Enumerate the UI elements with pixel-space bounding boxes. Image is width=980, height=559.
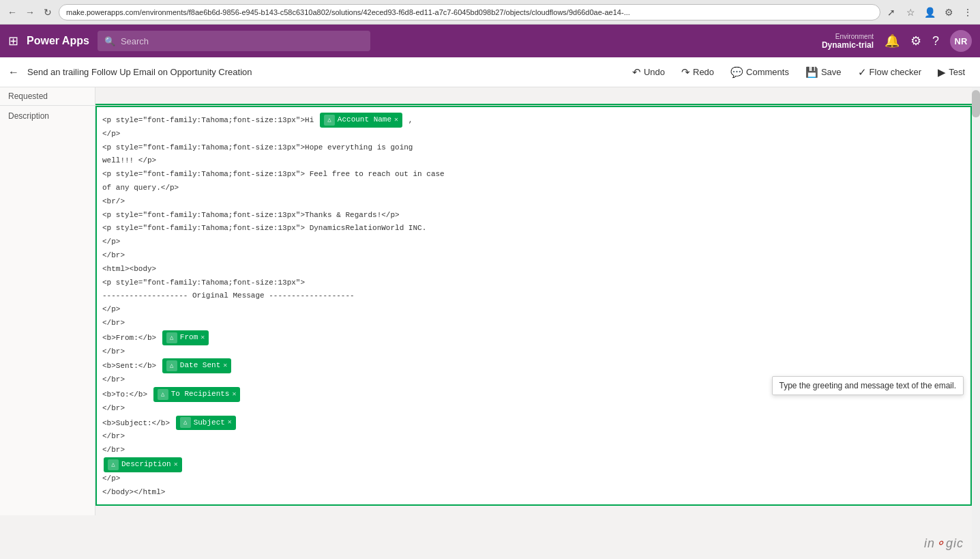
comments-icon: 💬 — [730, 66, 743, 78]
save-label: Save — [821, 67, 842, 77]
description-content: <p style="font-family:Tahoma;font-size:1… — [97, 107, 970, 504]
flow-checker-label: Flow checker — [870, 67, 922, 77]
header-right: Environment Dynamic-trial 🔔 ⚙ ? NR — [822, 30, 972, 52]
comments-label: Comments — [746, 67, 789, 77]
subject-tag-label: Subject — [194, 416, 225, 430]
subject-tag[interactable]: △ Subject ✕ — [176, 416, 236, 431]
environment-label: Environment — [835, 33, 874, 40]
redo-button[interactable]: ↷ Redo — [674, 63, 721, 81]
undo-label: Undo — [644, 67, 665, 77]
line-5: <p style="font-family:Tahoma;font-size:1… — [102, 168, 965, 182]
from-tag[interactable]: △ From ✕ — [162, 330, 209, 345]
requested-row: Requested — [0, 87, 972, 106]
to-recipients-tag[interactable]: △ To Recipients ✕ — [153, 387, 241, 402]
line-br4: </br> — [102, 430, 965, 444]
date-sent-tag[interactable]: △ Date Sent ✕ — [162, 358, 231, 373]
line-description-tag: △ Description ✕ — [102, 457, 965, 472]
from-tag-icon: △ — [166, 332, 177, 343]
line-15: </p> — [102, 303, 965, 317]
line-6: of any query.</p> — [102, 182, 965, 195]
settings-icon[interactable]: ⚙ — [910, 33, 921, 48]
flow-checker-button[interactable]: ✓ Flow checker — [851, 63, 929, 81]
line-1: <p style="font-family:Tahoma;font-size:1… — [102, 113, 965, 128]
redo-label: Redo — [693, 67, 714, 77]
avatar[interactable]: NR — [950, 30, 972, 52]
app-logo: Power Apps — [27, 35, 89, 47]
notification-icon[interactable]: 🔔 — [885, 33, 900, 48]
line-subject: <b>Subject:</b> △ Subject ✕ — [102, 416, 965, 431]
line-br3: </br> — [102, 402, 965, 416]
pa-header: ⊞ Power Apps 🔍 Environment Dynamic-trial… — [0, 25, 980, 57]
requested-value — [95, 87, 972, 105]
line-from: <b>From:</b> △ From ✕ — [102, 330, 965, 345]
account-name-tag[interactable]: △ Account Name ✕ — [320, 113, 402, 128]
back-button[interactable]: ← — [5, 5, 19, 19]
more-icon[interactable]: ⋮ — [961, 5, 975, 19]
description-value-col: <p style="font-family:Tahoma;font-size:1… — [95, 106, 972, 515]
line-body-close: </body></html> — [102, 486, 965, 500]
extensions-icon[interactable]: ⚙ — [942, 5, 955, 19]
share-icon[interactable]: ➚ — [885, 5, 898, 19]
description-tag-close[interactable]: ✕ — [174, 459, 178, 471]
line-3: <p style="font-family:Tahoma;font-size:1… — [102, 141, 965, 155]
line-12: <html><body> — [102, 263, 965, 276]
line-p-close: </p> — [102, 472, 965, 486]
line-16: </br> — [102, 317, 965, 330]
refresh-button[interactable]: ↻ — [41, 5, 55, 19]
description-tag-icon: △ — [108, 459, 119, 470]
to-recipients-tag-label: To Recipients — [171, 388, 230, 401]
date-sent-tag-label: Date Sent — [180, 359, 220, 373]
description-row: Description <p style="font-family:Tahoma… — [0, 106, 972, 515]
test-label: Test — [949, 67, 965, 77]
watermark: in⚬gic — [924, 536, 964, 551]
forward-button[interactable]: → — [23, 5, 37, 19]
line-br1: </br> — [102, 345, 965, 359]
form-container: Requested Description <p style="font-fam… — [0, 87, 972, 559]
line-7: <br/> — [102, 195, 965, 209]
from-tag-close[interactable]: ✕ — [201, 332, 205, 344]
description-tag-label: Description — [121, 458, 171, 472]
subject-tag-icon: △ — [180, 417, 191, 428]
line-8: <p style="font-family:Tahoma;font-size:1… — [102, 209, 965, 223]
search-input[interactable] — [121, 36, 363, 46]
address-bar[interactable] — [59, 4, 880, 20]
line-br5: </br> — [102, 444, 965, 457]
account-name-tag-icon: △ — [324, 115, 335, 126]
save-icon: 💾 — [805, 66, 818, 78]
save-button[interactable]: 💾 Save — [799, 63, 848, 81]
browser-bar: ← → ↻ ➚ ☆ 👤 ⚙ ⋮ — [0, 0, 980, 25]
tooltip: Type the greeting and message text of th… — [772, 376, 964, 395]
line-sent: <b>Sent:</b> △ Date Sent ✕ — [102, 358, 965, 373]
to-recipients-tag-close[interactable]: ✕ — [232, 388, 236, 401]
line-2: </p> — [102, 128, 965, 141]
redo-icon: ↷ — [681, 66, 690, 78]
description-container[interactable]: <p style="font-family:Tahoma;font-size:1… — [95, 106, 972, 506]
main-content: Requested Description <p style="font-fam… — [0, 87, 980, 559]
line-10: </p> — [102, 235, 965, 249]
profile-icon[interactable]: 👤 — [923, 5, 936, 19]
bookmark-icon[interactable]: ☆ — [904, 5, 917, 19]
account-name-tag-close[interactable]: ✕ — [394, 114, 398, 126]
line-14: ------------------- Original Message ---… — [102, 289, 965, 303]
help-icon[interactable]: ? — [932, 34, 939, 48]
to-recipients-tag-icon: △ — [158, 389, 168, 400]
scrollbar-thumb — [972, 90, 980, 117]
account-name-tag-label: Account Name — [338, 113, 391, 127]
comments-button[interactable]: 💬 Comments — [724, 63, 796, 81]
date-sent-tag-icon: △ — [166, 360, 177, 371]
flow-checker-icon: ✓ — [858, 66, 867, 78]
line-4: well!!! </p> — [102, 154, 965, 168]
search-icon: 🔍 — [104, 36, 115, 46]
description-tag[interactable]: △ Description ✕ — [104, 457, 182, 472]
line-9: <p style="font-family:Tahoma;font-size:1… — [102, 222, 965, 235]
test-button[interactable]: ▶ Test — [931, 63, 972, 81]
line-11: </br> — [102, 249, 965, 263]
search-bar[interactable]: 🔍 — [98, 31, 370, 51]
right-scrollbar[interactable] — [972, 87, 980, 559]
subject-tag-close[interactable]: ✕ — [228, 416, 232, 429]
back-arrow[interactable]: ← — [8, 66, 19, 78]
waffle-menu[interactable]: ⊞ — [8, 33, 18, 48]
undo-button[interactable]: ↶ Undo — [625, 63, 672, 81]
description-label: Description — [0, 106, 95, 515]
date-sent-tag-close[interactable]: ✕ — [223, 360, 227, 372]
